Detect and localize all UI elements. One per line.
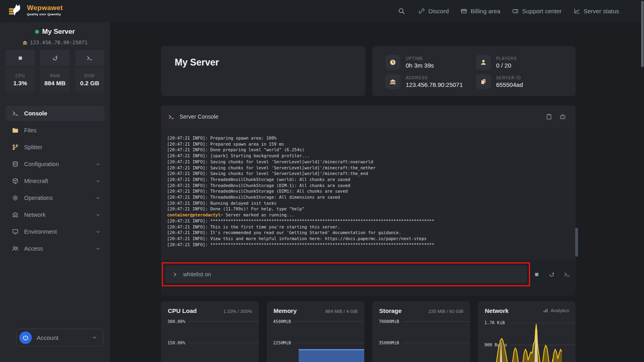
- stat-cards-row: CPU Load1.33% / 300%300.00%150.00%Memory…: [161, 301, 576, 362]
- sidebar-item-label: Configuration: [24, 161, 59, 167]
- link-icon: [419, 8, 425, 14]
- memory-usage-area: [299, 349, 364, 362]
- sidebar-item-label: Splitter: [24, 144, 42, 150]
- console-line: [20:47:21 INFO]: ThreadedAnvilChunkStora…: [167, 177, 570, 183]
- card-title: Memory: [274, 307, 297, 314]
- sidebar-item-operations[interactable]: Operations: [6, 190, 105, 206]
- sidebar-item-label: Environment: [24, 228, 57, 235]
- stop-server-button[interactable]: [6, 50, 35, 66]
- ai-assistant-button[interactable]: [559, 113, 567, 121]
- sidebar-item-environment[interactable]: Environment: [6, 224, 105, 239]
- console-line: [20:47:21 INFO]: It's recommended you re…: [167, 230, 570, 236]
- bank-icon: [12, 212, 19, 218]
- sidebar-item-access[interactable]: Access: [6, 241, 105, 256]
- console-server-button[interactable]: [563, 271, 571, 278]
- stop-icon: [18, 56, 23, 61]
- analytics-link[interactable]: Analytics: [543, 308, 569, 313]
- sidebar-item-label: Network: [24, 212, 45, 218]
- console-line: [20:47:21 INFO]: Prepared spawn area in …: [167, 141, 570, 147]
- terminal-icon: [87, 55, 93, 61]
- y-tick: 2250MiB: [273, 340, 365, 345]
- console-scrollbar-thumb[interactable]: [575, 228, 578, 257]
- sidebar: My Server 123.456.78.90:25071 CPU1.3%RAM…: [0, 22, 110, 362]
- network-traffic-chart: [494, 322, 562, 362]
- console-line: [20:47:21 INFO]: ThreadedAnvilChunkStora…: [167, 194, 570, 200]
- command-input-box[interactable]: [165, 265, 527, 283]
- terminal-icon: [168, 114, 174, 120]
- server-header: My Server 123.456.78.90:25071: [0, 28, 110, 45]
- y-tick: 4500MiB: [273, 319, 365, 324]
- console-line: [20:47:21 INFO]: ThreadedAnvilChunkStora…: [167, 183, 570, 189]
- cube-icon: [12, 178, 19, 184]
- terminal-icon: [564, 272, 570, 278]
- page-title: My Server: [175, 57, 219, 68]
- command-input[interactable]: [183, 271, 527, 278]
- sidebar-item-files[interactable]: Files: [6, 123, 105, 138]
- chevron-down-icon: [95, 246, 101, 251]
- bank-icon: [23, 40, 27, 45]
- topbar: Wepwawet Quality over Quantity DiscordBi…: [0, 0, 644, 22]
- stat-card-cpu-load: CPU Load1.33% / 300%300.00%150.00%: [161, 301, 259, 362]
- topnav-item-billing-area[interactable]: Billing area: [461, 8, 500, 14]
- stop-server-button[interactable]: [533, 271, 540, 278]
- brand-name: Wepwawet: [27, 4, 63, 12]
- topnav-item-discord[interactable]: Discord: [419, 8, 449, 14]
- server-status-dot: [35, 30, 39, 34]
- power-buttons: [6, 50, 104, 66]
- console-line: [20:47:21 INFO]: View this and more help…: [167, 236, 570, 242]
- topnav-item-server-status[interactable]: Server status: [574, 8, 619, 14]
- server-title-card: My Server: [161, 46, 365, 96]
- copy-log-button[interactable]: [545, 113, 553, 121]
- y-tick: 150.00%: [167, 340, 259, 345]
- console-server-button[interactable]: [75, 50, 104, 66]
- sidebar-item-splitter[interactable]: Splitter: [6, 140, 105, 155]
- sidebar-item-network[interactable]: Network: [6, 207, 105, 222]
- console-line: [20:47:21 INFO]: Running delayed init ta…: [167, 200, 570, 206]
- bars-icon: [543, 308, 548, 313]
- card-current-value: 220 MiB / 60 GiB: [429, 309, 464, 314]
- stat-card-storage: Storage220 MiB / 60 GiB70000MiB35000MiB: [372, 301, 470, 362]
- y-tick: 35000MiB: [379, 340, 470, 345]
- window-scrollbar-thumb[interactable]: [641, 1, 644, 67]
- gear-icon: [12, 195, 19, 201]
- info-server-id: SERVER ID655504ad: [476, 74, 566, 90]
- brand[interactable]: Wepwawet Quality over Quantity: [8, 4, 63, 16]
- sidebar-item-label: Files: [24, 127, 37, 134]
- restart-server-button[interactable]: [548, 271, 555, 278]
- stop-icon: [534, 272, 539, 277]
- search-icon[interactable]: [398, 8, 405, 14]
- console-log[interactable]: [20:47:21 INFO]: Preparing spawn area: 1…: [161, 128, 576, 259]
- user-icon: [476, 55, 491, 70]
- topnav: DiscordBilling areaSupport centerServer …: [398, 0, 619, 22]
- account-menu[interactable]: Account: [16, 329, 103, 346]
- restart-server-button[interactable]: [40, 50, 69, 66]
- restart-icon: [549, 272, 555, 278]
- main-content: My Server UPTIME0h 3m 39sPLAYERS0 / 20AD…: [110, 22, 644, 362]
- stat-card-network: NetworkAnalytics1.76 KiB900 Bytes: [478, 301, 576, 362]
- terminal-icon: [12, 110, 19, 117]
- console-line: [20:47:21 INFO]: Saving chunks for level…: [167, 165, 570, 171]
- bankfill-icon: [385, 74, 400, 89]
- sidebar-item-label: Operations: [24, 195, 53, 201]
- server-stat-disk: DISK0.2 GB: [75, 68, 104, 93]
- topnav-item-support-center[interactable]: Support center: [512, 8, 561, 14]
- window-scrollbar[interactable]: [641, 0, 644, 362]
- card-title: Storage: [379, 307, 402, 314]
- ticket-icon: [512, 8, 518, 14]
- sidebar-item-minecraft[interactable]: Minecraft: [6, 173, 105, 189]
- console-line: [20:47:21 INFO]: Preparing spawn area: 1…: [167, 135, 570, 141]
- chevron-down-icon: [92, 335, 97, 340]
- card-title: CPU Load: [168, 307, 197, 314]
- stat-card-memory: Memory884 MiB / 4 GiB4500MiB2250MiB: [267, 301, 365, 362]
- power-icon: [19, 331, 32, 344]
- prompt-chevron-icon: [172, 272, 178, 277]
- robot-icon: [559, 113, 566, 120]
- branch-icon: [12, 144, 19, 150]
- restart-icon: [52, 55, 58, 61]
- server-address[interactable]: 123.456.78.90:25071: [0, 39, 110, 45]
- folder-icon: [12, 127, 19, 134]
- sidebar-item-configuration[interactable]: Configuration: [6, 156, 105, 172]
- brand-tagline: Quality over Quantity: [27, 12, 63, 16]
- sidebar-item-label: Access: [24, 245, 43, 252]
- sidebar-item-console[interactable]: Console: [6, 106, 105, 121]
